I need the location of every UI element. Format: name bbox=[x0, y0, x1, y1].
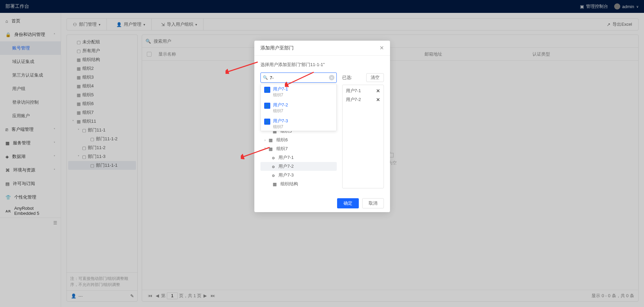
selected-header: 已选: 清空 bbox=[342, 73, 384, 83]
org-user-node[interactable]: ᴏ̵ 用户7-1 bbox=[260, 153, 337, 162]
org-node[interactable]: ˅▦ 组织7 bbox=[260, 144, 337, 153]
user-icon: 👤 bbox=[264, 87, 270, 93]
remove-icon[interactable]: ✕ bbox=[376, 97, 380, 102]
org-user-node[interactable]: ᴏ̵ 用户7-2 bbox=[260, 162, 337, 171]
ok-button[interactable]: 确定 bbox=[337, 198, 359, 208]
org-icon: ▦ bbox=[269, 138, 273, 143]
org-user-node[interactable]: ᴏ̵ 用户7-3 bbox=[260, 171, 337, 180]
selected-item: 用户7-1✕ bbox=[343, 86, 384, 95]
user-icon: ᴏ̵ bbox=[272, 173, 275, 178]
dropdown-item[interactable]: 👤 用户7-1组织7 bbox=[261, 84, 336, 100]
selected-list: 用户7-1✕ 用户7-2✕ bbox=[342, 85, 384, 188]
modal-search-input[interactable] bbox=[270, 75, 327, 80]
remove-icon[interactable]: ✕ bbox=[376, 88, 380, 94]
modal-title: 添加用户至部门 bbox=[260, 45, 294, 51]
modal-org-tree: ▦ 组织5 ›▦ 组织6 ˅▦ 组织7 ᴏ̵ 用户7-1 ᴏ̵ 用户7-2 ᴏ̵… bbox=[260, 127, 337, 188]
org-icon: ▦ bbox=[273, 182, 277, 187]
modal-search: 🔍 ✕ 👤 用户7-1组织7 👤 用户7-2组织7 👤 bbox=[260, 73, 337, 83]
selected-item: 用户7-2✕ bbox=[343, 95, 384, 104]
cancel-button[interactable]: 取消 bbox=[362, 198, 384, 208]
user-icon: ᴏ̵ bbox=[272, 164, 275, 169]
add-user-modal: 添加用户至部门 ✕ 选择用户添加至部门"部门11-1-1" 🔍 ✕ 👤 用户7-… bbox=[254, 41, 390, 212]
chevron-right-icon[interactable]: › bbox=[263, 138, 267, 142]
dropdown-item[interactable]: 👤 用户7-3组织7 bbox=[261, 116, 336, 131]
search-icon: 🔍 bbox=[263, 75, 268, 80]
user-icon: 👤 bbox=[264, 103, 270, 109]
modal-hint: 选择用户添加至部门"部门11-1-1" bbox=[260, 62, 384, 68]
chevron-down-icon[interactable]: ˅ bbox=[263, 147, 267, 151]
org-icon: ▦ bbox=[269, 146, 273, 151]
user-icon: ᴏ̵ bbox=[272, 155, 275, 160]
modal-header: 添加用户至部门 ✕ bbox=[254, 41, 390, 56]
clear-button[interactable]: 清空 bbox=[366, 73, 384, 82]
clear-input-icon[interactable]: ✕ bbox=[329, 75, 334, 80]
search-dropdown: 👤 用户7-1组织7 👤 用户7-2组织7 👤 用户7-3组织7 bbox=[260, 84, 337, 131]
dropdown-item[interactable]: 👤 用户7-2组织7 bbox=[261, 100, 336, 116]
org-node[interactable]: ▦ 组织结构 bbox=[260, 180, 337, 188]
close-icon[interactable]: ✕ bbox=[379, 45, 384, 51]
org-node[interactable]: ›▦ 组织6 bbox=[260, 136, 337, 144]
modal-footer: 确定 取消 bbox=[254, 195, 390, 212]
user-icon: 👤 bbox=[264, 119, 270, 125]
